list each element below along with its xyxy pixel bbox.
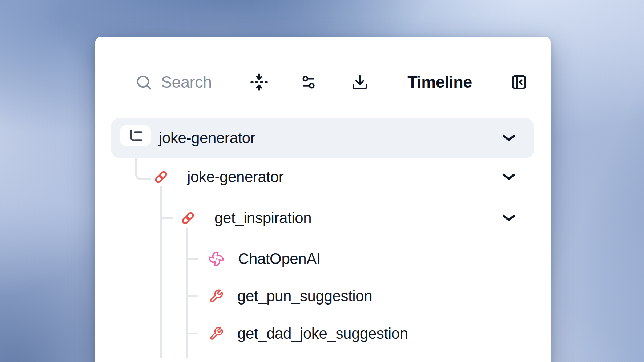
tree-connector-tick xyxy=(161,217,173,219)
tree-row-label: get_dad_joke_suggestion xyxy=(237,325,408,342)
wrench-icon xyxy=(209,326,224,341)
collapse-panel-button[interactable] xyxy=(511,74,527,90)
search-label: Search xyxy=(161,73,212,92)
fold-vertical-icon xyxy=(250,73,269,92)
tree-connector-line xyxy=(160,186,162,358)
chevron-down-icon[interactable] xyxy=(502,134,515,142)
tree-row-chain[interactable]: get_inspiration xyxy=(181,205,311,231)
wrench-icon xyxy=(209,289,224,303)
tree-row-root[interactable]: joke-generator xyxy=(111,118,534,158)
list-tree-icon xyxy=(128,129,143,143)
download-icon xyxy=(351,73,369,91)
tree-row-label: get_pun_suggestion xyxy=(237,287,372,305)
tree-row-tool[interactable]: get_pun_suggestion xyxy=(209,283,372,309)
filter-options-button[interactable] xyxy=(300,74,317,90)
tree-row-label: joke-generator xyxy=(159,129,255,147)
collapse-all-button[interactable] xyxy=(250,73,269,92)
chevron-down-icon[interactable] xyxy=(502,214,515,222)
panel-left-close-icon xyxy=(511,74,527,90)
chevron-down-icon[interactable] xyxy=(502,173,515,181)
tree-row-llm[interactable]: ChatOpenAI xyxy=(208,246,321,272)
search-icon xyxy=(135,74,152,91)
download-button[interactable] xyxy=(351,73,369,91)
search-button[interactable]: Search xyxy=(135,69,212,95)
tree-connector-tick xyxy=(187,295,198,297)
tree-connector-tick xyxy=(187,333,198,334)
tree-row-tool[interactable]: get_dad_joke_suggestion xyxy=(209,321,408,347)
timeline-toggle[interactable]: Timeline xyxy=(405,69,474,95)
root-badge xyxy=(120,125,151,146)
tree-row-label: joke-generator xyxy=(187,168,283,186)
sliders-icon xyxy=(300,74,317,90)
tree-connector-line xyxy=(186,227,188,358)
header-divider xyxy=(101,44,545,44)
tree-row-label: get_inspiration xyxy=(214,209,311,227)
tree-connector-tick xyxy=(187,258,198,260)
fan-icon xyxy=(208,251,224,267)
tree-row-label: ChatOpenAI xyxy=(238,250,321,268)
trace-panel: Search Timeline xyxy=(95,37,551,362)
chain-link-icon xyxy=(181,211,195,225)
tree-row-chain[interactable]: joke-generator xyxy=(154,164,283,190)
chain-link-icon xyxy=(154,170,168,184)
